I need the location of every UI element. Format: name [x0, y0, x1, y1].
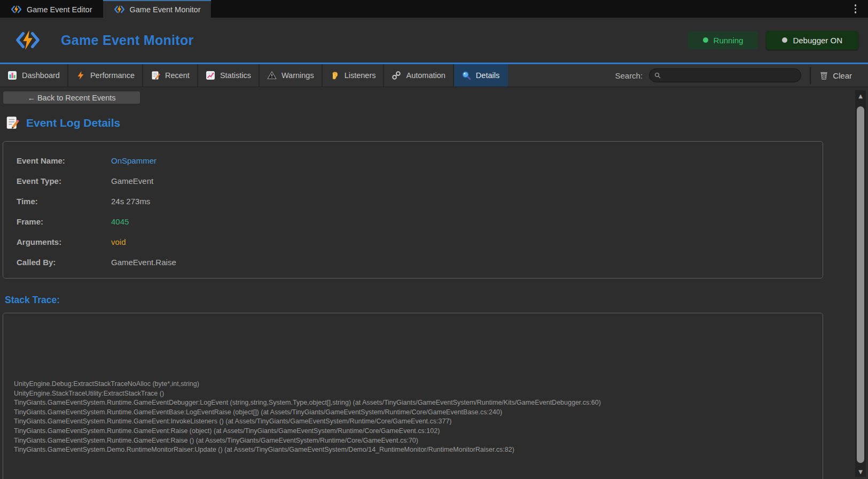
tab-game-event-editor[interactable]: Game Event Editor [0, 0, 103, 18]
header: Game Event Monitor Running Debugger ON [0, 18, 868, 64]
tab-automation[interactable]: Automation [384, 64, 453, 87]
game-event-monitor-window: Game Event Editor Game Event Monitor Gam… [0, 0, 868, 479]
stack-trace-line: UnityEngine.StackTraceUtility:ExtractSta… [14, 389, 823, 399]
stack-trace-line: TinyGiants.GameEventSystem.Runtime.GameE… [14, 427, 823, 436]
field-value: GameEvent.Raise [111, 258, 176, 267]
field-row-time: Time: 24s 273ms [17, 191, 823, 211]
scrollbar-thumb[interactable] [857, 106, 864, 463]
field-label: Event Type: [17, 176, 111, 186]
field-label: Event Name: [17, 156, 111, 165]
memo-icon [5, 115, 19, 130]
tab-game-event-monitor[interactable]: Game Event Monitor [103, 0, 212, 18]
tab-label: Warnings [281, 71, 314, 80]
search-field[interactable] [649, 68, 801, 82]
kebab-menu-icon[interactable] [851, 0, 860, 18]
green-dot-icon [703, 37, 708, 43]
bolt-logo-icon [114, 5, 125, 14]
tab-dashboard[interactable]: Dashboard [0, 64, 68, 87]
stack-trace-line: TinyGiants.GameEventSystem.Runtime.GameE… [14, 436, 823, 446]
warning-icon [267, 71, 277, 80]
stack-trace-line: UnityEngine.Debug:ExtractStackTraceNoAll… [14, 380, 823, 389]
scroll-up-arrow[interactable]: ▲ [855, 90, 866, 101]
event-log-details-heading: Event Log Details [5, 115, 868, 130]
stack-trace-line: TinyGiants.GameEventSystem.Runtime.GameE… [14, 417, 823, 427]
magnifier-icon [462, 71, 471, 80]
tab-statistics[interactable]: Statistics [198, 64, 260, 87]
stack-trace-line: TinyGiants.GameEventSystem.Runtime.GameE… [14, 408, 823, 418]
tab-label: Details [476, 71, 499, 80]
tab-listeners[interactable]: Listeners [323, 64, 385, 87]
stack-trace-line: TinyGiants.GameEventSystem.Runtime.GameE… [14, 398, 823, 408]
ear-icon [330, 71, 340, 80]
field-value: OnSpammer [111, 156, 157, 165]
clear-button[interactable]: Clear [813, 64, 868, 87]
field-value: 24s 273ms [111, 197, 150, 206]
tab-label: Recent [165, 71, 190, 80]
editor-tab-bar: Game Event Editor Game Event Monitor [0, 0, 868, 18]
tab-label: Game Event Monitor [130, 5, 201, 14]
clear-label: Clear [833, 71, 852, 80]
tab-recent[interactable]: Recent [143, 64, 198, 87]
field-value: 4045 [111, 217, 129, 226]
event-info-box: Event Name: OnSpammer Event Type: GameEv… [3, 141, 823, 279]
vertical-scrollbar[interactable]: ▲ ▼ [855, 90, 866, 477]
memo-icon [151, 71, 160, 80]
debugger-toggle-button[interactable]: Debugger ON [766, 31, 858, 50]
field-row-event-name: Event Name: OnSpammer [17, 150, 823, 171]
field-label: Called By: [17, 258, 111, 267]
tab-label: Performance [90, 71, 135, 80]
scroll-down-arrow[interactable]: ▼ [855, 466, 866, 477]
heading-label: Event Log Details [26, 117, 120, 129]
bolt-logo-icon [15, 29, 41, 51]
running-label: Running [714, 36, 744, 45]
search-input[interactable] [650, 69, 801, 82]
search-label: Search: [615, 71, 643, 80]
tab-label: Statistics [220, 71, 251, 80]
field-row-arguments: Arguments: void [17, 231, 823, 252]
gray-dot-icon [782, 37, 787, 43]
lightning-icon [76, 71, 85, 80]
tab-label: Automation [406, 71, 445, 80]
chart-up-icon [206, 71, 215, 80]
details-panel: ← Back to Recent Events Event Log Detail… [0, 87, 868, 479]
tab-label: Listeners [345, 71, 376, 80]
field-value: void [111, 237, 126, 246]
toolbar-divider [810, 67, 811, 84]
stack-trace-heading: Stack Trace: [5, 295, 868, 306]
field-label: Arguments: [17, 237, 111, 246]
link-icon [392, 71, 401, 80]
trash-icon [819, 71, 828, 80]
bar-chart-icon [7, 71, 17, 80]
stack-trace-box: UnityEngine.Debug:ExtractStackTraceNoAll… [3, 313, 823, 479]
monitor-toolbar: Dashboard Performance [0, 64, 868, 87]
tab-performance[interactable]: Performance [68, 64, 143, 87]
field-label: Frame: [17, 217, 111, 226]
tab-label: Dashboard [22, 71, 60, 80]
bolt-logo-icon [11, 5, 22, 14]
field-label: Time: [17, 197, 111, 206]
back-to-recent-button[interactable]: ← Back to Recent Events [3, 91, 140, 104]
tab-details[interactable]: Details [454, 64, 508, 87]
field-row-event-type: Event Type: GameEvent [17, 171, 823, 191]
tab-warnings[interactable]: Warnings [260, 64, 323, 87]
search-icon [654, 72, 661, 79]
stack-trace-line: TinyGiants.GameEventSystem.Demo.RuntimeM… [14, 445, 823, 455]
debugger-label: Debugger ON [793, 36, 842, 45]
field-row-frame: Frame: 4045 [17, 211, 823, 231]
running-status-badge: Running [688, 32, 758, 49]
page-title: Game Event Monitor [61, 33, 194, 48]
field-value: GameEvent [111, 176, 153, 186]
tab-label: Game Event Editor [27, 5, 92, 14]
field-row-called-by: Called By: GameEvent.Raise [17, 252, 823, 272]
